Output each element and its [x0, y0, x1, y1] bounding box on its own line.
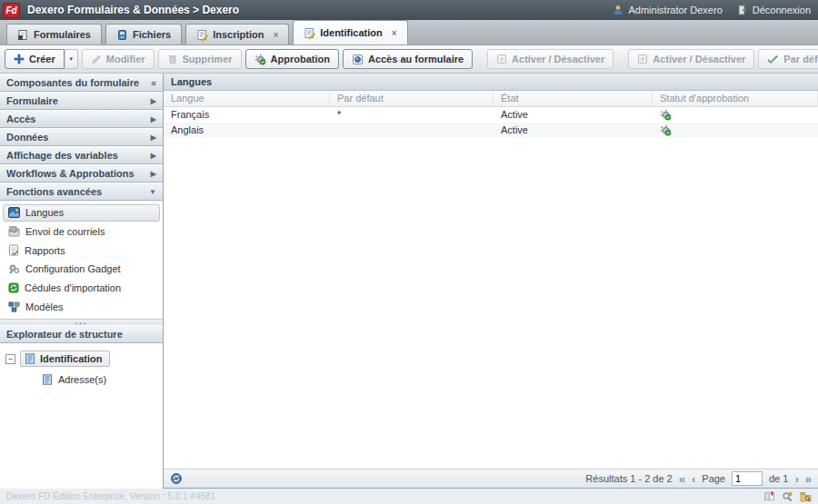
toggle-label: Activer / Désactiver: [653, 54, 745, 64]
search-gear-icon[interactable]: [782, 491, 793, 502]
approval-status-icon: [660, 109, 672, 121]
toolbar: Créer ▼ Modifier Supprimer Approbation A…: [0, 45, 818, 74]
structure-tree: − Identification Adresse(s): [0, 343, 163, 392]
user-menu[interactable]: Administrator Dexero: [613, 5, 722, 15]
modify-label: Modifier: [106, 54, 145, 64]
section-donnees[interactable]: Données ▶: [0, 128, 163, 146]
main-panel: Langues Langue Par défaut État Statut d'…: [164, 74, 818, 489]
tree-node-identification[interactable]: Identification: [20, 351, 110, 367]
delete-button[interactable]: Supprimer: [158, 49, 242, 69]
column-header-langue[interactable]: Langue: [164, 91, 330, 106]
user-name: Administrator Dexero: [628, 5, 722, 15]
cell-par-defaut: *: [330, 107, 494, 123]
close-icon[interactable]: ×: [273, 30, 278, 40]
page-input[interactable]: [732, 471, 763, 486]
tree-node-label: Adresse(s): [58, 374, 106, 385]
import-schedule-icon: [8, 282, 19, 293]
section-workflows[interactable]: Workflows & Approbations ▶: [0, 164, 163, 183]
form-edit-icon: [196, 29, 208, 41]
last-page-icon[interactable]: »: [805, 473, 812, 485]
tab-identification[interactable]: Identification ×: [293, 20, 407, 44]
structure-explorer: Explorateur de structure − Identificatio…: [0, 325, 163, 489]
tab-fichiers[interactable]: Fichiers: [105, 24, 182, 44]
delete-label: Supprimer: [183, 54, 233, 64]
column-header-statut-approbation[interactable]: Statut d'approbation: [653, 91, 818, 106]
refresh-icon[interactable]: [170, 472, 183, 485]
gear-check-icon: [254, 54, 266, 65]
sidebar-splitter[interactable]: •••: [0, 319, 163, 325]
tab-label: Inscription: [213, 29, 264, 40]
approval-button[interactable]: Approbation: [245, 49, 339, 69]
tab-inscription[interactable]: Inscription ×: [185, 24, 289, 44]
table-row-francais[interactable]: Français * Active: [164, 107, 818, 123]
chevron-right-icon: ▶: [151, 170, 156, 178]
approval-status-icon: [660, 124, 672, 136]
modify-button[interactable]: Modifier: [82, 49, 155, 69]
plus-icon: [14, 54, 25, 64]
section-label: Affichage des variables: [6, 150, 118, 161]
help-book-icon[interactable]: [763, 491, 775, 502]
logout-button[interactable]: Déconnexion: [737, 5, 811, 15]
create-dropdown-arrow[interactable]: ▼: [65, 49, 78, 69]
toggle-active-button-1[interactable]: Activer / Désactiver: [487, 49, 614, 69]
cell-langue: Anglais: [164, 123, 330, 138]
sidebar-title-bar[interactable]: Composantes du formulaire «: [0, 74, 163, 92]
sidebar-item-rapports[interactable]: Rapports: [3, 242, 160, 259]
toggle-active-button-2[interactable]: Activer / Désactiver: [628, 49, 754, 69]
chevron-right-icon: ▶: [151, 133, 156, 142]
cell-statut: [653, 107, 818, 123]
section-affichage-variables[interactable]: Affichage des variables ▶: [0, 146, 163, 164]
models-icon: [8, 301, 20, 312]
sidebar-item-envoi-courriels[interactable]: Envoi de courriels: [3, 223, 160, 241]
previous-page-icon[interactable]: ‹: [692, 473, 695, 485]
chevron-right-icon: ▶: [151, 115, 156, 124]
tab-formulaires[interactable]: Formulaires: [6, 24, 102, 44]
sidebar: Composantes du formulaire « Formulaire ▶…: [0, 74, 164, 489]
form-access-button[interactable]: Accès au formulaire: [343, 49, 473, 69]
user-icon: [613, 5, 623, 15]
collapse-sidebar-icon[interactable]: «: [151, 77, 156, 88]
advanced-functions-menu: Langues Envoi de courriels Rapports Conf…: [0, 201, 163, 319]
default-button[interactable]: Par défaut: [758, 49, 818, 69]
section-fonctions-avancees[interactable]: Fonctions avancées ▼: [0, 183, 163, 201]
create-button[interactable]: Créer: [5, 49, 65, 69]
form-edit-icon: [304, 27, 315, 39]
tree-node-adresses[interactable]: Adresse(s): [42, 374, 157, 385]
version-text: Dexero FD Édition Entreprise, Version : …: [6, 491, 215, 501]
cell-par-defaut: [330, 123, 494, 138]
cell-statut: [653, 123, 818, 138]
next-page-icon[interactable]: ›: [794, 473, 798, 485]
tab-strip: Formulaires Fichiers Inscription × Ident…: [0, 20, 818, 45]
section-label: Workflows & Approbations: [6, 168, 135, 179]
section-label: Données: [6, 132, 48, 143]
sidebar-item-label: Configuration Gadget: [25, 263, 121, 274]
sidebar-item-cedules-importation[interactable]: Cédules d'importation: [3, 280, 160, 297]
table-row-anglais[interactable]: Anglais Active: [164, 123, 818, 138]
trash-icon: [167, 54, 178, 64]
explorer-title-bar[interactable]: Explorateur de structure: [0, 325, 163, 343]
gadget-config-icon: [8, 263, 20, 274]
approval-label: Approbation: [271, 54, 330, 64]
tree-node-label: Identification: [40, 353, 102, 364]
sidebar-item-configuration-gadget[interactable]: Configuration Gadget: [3, 261, 160, 278]
tab-label: Identification: [320, 27, 382, 38]
create-label: Créer: [29, 54, 55, 64]
first-page-icon[interactable]: «: [679, 473, 685, 485]
forms-icon: [17, 29, 29, 41]
tab-label: Fichiers: [133, 29, 171, 40]
results-count: Résultats 1 - 2 de 2: [585, 473, 672, 484]
column-header-etat[interactable]: État: [494, 91, 653, 106]
form-node-icon: [25, 353, 35, 364]
sidebar-item-langues[interactable]: Langues: [3, 204, 160, 222]
tree-collapse-icon[interactable]: −: [5, 354, 15, 364]
toggle-icon: [496, 54, 507, 64]
cell-langue: Français: [164, 107, 330, 123]
close-icon[interactable]: ×: [392, 28, 397, 38]
section-formulaire[interactable]: Formulaire ▶: [0, 92, 163, 110]
sidebar-item-modeles[interactable]: Modèles: [3, 298, 160, 315]
reports-icon: [8, 244, 19, 256]
files-icon: [116, 29, 128, 41]
folder-search-icon[interactable]: [800, 491, 812, 502]
column-header-par-defaut[interactable]: Par défaut: [330, 91, 494, 106]
section-acces[interactable]: Accès ▶: [0, 110, 163, 128]
